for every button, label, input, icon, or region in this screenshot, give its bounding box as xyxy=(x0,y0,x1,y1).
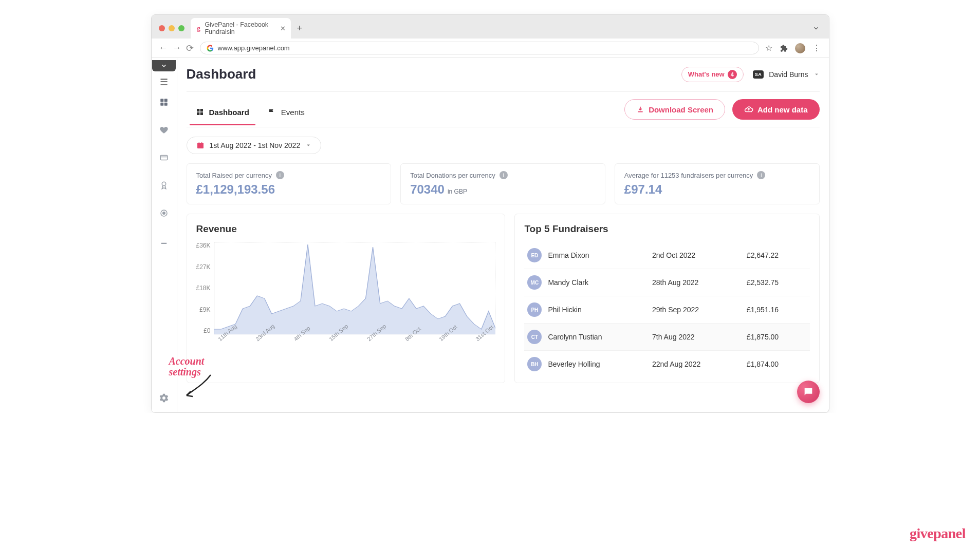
heart-nav-icon[interactable] xyxy=(159,125,169,135)
stat-value: £1,129,193.56 xyxy=(196,182,382,197)
extensions-icon[interactable] xyxy=(780,44,788,52)
url-bar[interactable]: www.app.givepanel.com xyxy=(200,42,759,54)
info-icon[interactable]: i xyxy=(757,171,765,179)
download-screen-button[interactable]: Download Screen xyxy=(624,99,725,120)
fundraiser-name: Carolynn Tustian xyxy=(545,324,649,351)
stat-total-donations: Total Donations per currencyi 70340in GB… xyxy=(400,163,605,204)
chat-widget-button[interactable] xyxy=(797,381,820,403)
new-tab-button[interactable]: + xyxy=(297,23,303,34)
browser-actions: ☆ ⋮ xyxy=(762,43,824,53)
date-range-label: 1st Aug 2022 - 1st Nov 2022 xyxy=(210,141,301,149)
reload-button[interactable]: ⟳ xyxy=(183,43,197,54)
close-tab-icon[interactable]: ✕ xyxy=(280,25,286,32)
page-title: Dashboard xyxy=(187,66,256,82)
fundraiser-date: 22nd Aug 2022 xyxy=(649,351,744,378)
kebab-menu-icon[interactable]: ⋮ xyxy=(812,43,821,53)
fundraiser-table: ED Emma Dixon 2nd Oct 2022 £2,647.22 MC … xyxy=(524,242,809,377)
flag-icon xyxy=(268,108,276,116)
table-row[interactable]: MC Mandy Clark 28th Aug 2022 £2,532.75 xyxy=(524,269,809,296)
app-container: ☰ Dashboard xyxy=(152,58,829,412)
table-row[interactable]: ED Emma Dixon 2nd Oct 2022 £2,647.22 xyxy=(524,242,809,269)
stat-value: 70340in GBP xyxy=(410,182,596,197)
grid-icon xyxy=(196,108,204,116)
svg-point-8 xyxy=(163,212,165,215)
stat-sub: in GBP xyxy=(448,188,467,195)
browser-tab[interactable]: g GivePanel - Facebook Fundraisin ✕ xyxy=(191,18,291,39)
button-label: Download Screen xyxy=(649,105,713,114)
revenue-panel: Revenue £36K£27K£18K£9K£0 11th Aug23rd A… xyxy=(187,214,506,383)
calendar-icon xyxy=(196,141,205,149)
stat-label: Average for 11253 fundraisers per curren… xyxy=(624,172,753,179)
close-window-button[interactable] xyxy=(159,25,165,31)
panel-title: Top 5 Fundraisers xyxy=(524,223,809,235)
card-nav-icon[interactable] xyxy=(159,153,169,163)
menu-toggle-icon[interactable]: ☰ xyxy=(160,77,168,88)
tab-bar: Dashboard Events Download Screen Add new… xyxy=(187,92,820,127)
browser-tab-strip: g GivePanel - Facebook Fundraisin ✕ + xyxy=(152,15,829,39)
svg-rect-9 xyxy=(197,109,199,111)
avatar: BH xyxy=(527,357,542,371)
forward-button[interactable]: → xyxy=(170,43,183,53)
download-icon xyxy=(636,105,644,113)
back-button[interactable]: ← xyxy=(157,43,170,53)
fundraiser-amount: £2,532.75 xyxy=(744,269,810,296)
badge-nav-icon[interactable] xyxy=(159,180,169,191)
revenue-chart: £36K£27K£18K£9K£0 11th Aug23rd Aug4th Se… xyxy=(196,242,496,360)
table-row[interactable]: CT Carolynn Tustian 7th Aug 2022 £1,875.… xyxy=(524,324,809,351)
fundraiser-name: Phil Hickin xyxy=(545,296,649,324)
y-axis: £36K£27K£18K£9K£0 xyxy=(196,242,214,334)
tab-label: Dashboard xyxy=(209,108,249,117)
avatar: PH xyxy=(527,302,542,317)
info-icon[interactable]: i xyxy=(500,171,508,179)
top-fundraisers-panel: Top 5 Fundraisers ED Emma Dixon 2nd Oct … xyxy=(514,214,819,383)
target-nav-icon[interactable] xyxy=(159,208,169,218)
stat-total-raised: Total Raised per currencyi £1,129,193.56 xyxy=(187,163,392,204)
fundraiser-date: 28th Aug 2022 xyxy=(649,269,744,296)
whats-new-button[interactable]: What's new 4 xyxy=(681,67,744,82)
user-menu[interactable]: SA David Burns xyxy=(753,70,820,79)
svg-rect-1 xyxy=(164,99,168,102)
button-label: Add new data xyxy=(757,105,808,114)
tab-dashboard[interactable]: Dashboard xyxy=(187,102,258,125)
browser-window: g GivePanel - Facebook Fundraisin ✕ + ← … xyxy=(151,14,829,413)
settings-nav-icon[interactable] xyxy=(159,393,169,403)
svg-rect-2 xyxy=(160,103,163,106)
tabs-overflow-button[interactable] xyxy=(812,25,820,32)
fundraiser-date: 7th Aug 2022 xyxy=(649,324,744,351)
svg-point-6 xyxy=(162,182,166,186)
download-nav-icon[interactable] xyxy=(159,236,169,246)
fundraiser-name: Mandy Clark xyxy=(545,269,649,296)
fundraiser-name: Beverley Holling xyxy=(545,351,649,378)
svg-rect-4 xyxy=(160,156,168,160)
panels-row: Revenue £36K£27K£18K£9K£0 11th Aug23rd A… xyxy=(187,214,820,383)
info-icon[interactable]: i xyxy=(276,171,284,179)
table-row[interactable]: BH Beverley Holling 22nd Aug 2022 £1,874… xyxy=(524,351,809,378)
main-content: Dashboard What's new 4 SA David Burns xyxy=(177,58,829,412)
chat-icon xyxy=(803,386,814,397)
tab-label: Events xyxy=(281,108,305,117)
browser-address-bar-row: ← → ⟳ www.app.givepanel.com ☆ ⋮ xyxy=(152,39,829,58)
dashboard-nav-icon[interactable] xyxy=(159,97,169,107)
table-row[interactable]: PH Phil Hickin 29th Sep 2022 £1,951.16 xyxy=(524,296,809,324)
org-switcher-button[interactable] xyxy=(152,60,176,71)
fundraiser-amount: £1,951.16 xyxy=(744,296,810,324)
profile-avatar[interactable] xyxy=(795,43,805,53)
annotation-arrow xyxy=(182,372,224,403)
svg-rect-3 xyxy=(164,103,168,106)
fundraiser-name: Emma Dixon xyxy=(545,242,649,269)
avatar: CT xyxy=(527,330,542,344)
date-range-picker[interactable]: 1st Aug 2022 - 1st Nov 2022 xyxy=(187,137,322,154)
add-new-data-button[interactable]: Add new data xyxy=(732,99,820,120)
tab-title: GivePanel - Facebook Fundraisin xyxy=(205,21,275,35)
area-path xyxy=(214,242,496,334)
window-controls xyxy=(157,25,184,31)
minimize-window-button[interactable] xyxy=(169,25,175,31)
fundraiser-date: 2nd Oct 2022 xyxy=(649,242,744,269)
site-identity-icon xyxy=(207,45,214,52)
stats-row: Total Raised per currencyi £1,129,193.56… xyxy=(187,163,820,204)
plot-area: 11th Aug23rd Aug4th Sep15th Sep27th Sep8… xyxy=(214,242,496,360)
tab-events[interactable]: Events xyxy=(258,102,314,125)
fundraiser-amount: £1,875.00 xyxy=(744,324,810,351)
maximize-window-button[interactable] xyxy=(178,25,184,31)
bookmark-icon[interactable]: ☆ xyxy=(765,43,772,53)
